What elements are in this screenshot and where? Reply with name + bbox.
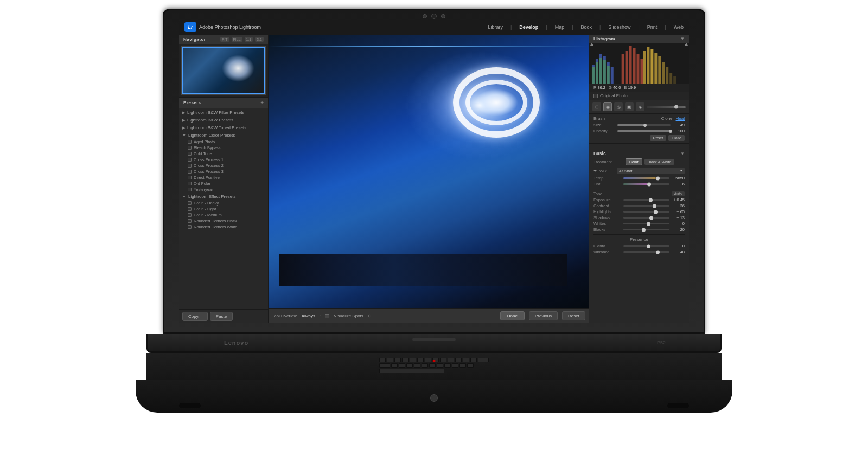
spot-close-btn[interactable]: Close	[668, 135, 685, 141]
preset-group-effect-header[interactable]: ▼ Lightroom Effect Presets	[179, 193, 268, 200]
arrow-icon: ▶	[182, 118, 185, 123]
key	[394, 358, 401, 362]
clarity-label: Clarity	[593, 243, 623, 248]
bw-treatment-btn[interactable]: Black & White	[644, 159, 675, 165]
temp-slider[interactable]	[623, 177, 669, 179]
nav-library[interactable]: Library	[488, 24, 503, 30]
contrast-slider[interactable]	[623, 205, 669, 207]
wb-label: WB:	[599, 169, 615, 174]
view-1to1[interactable]: 1:1	[245, 37, 253, 42]
preset-item-grain-medium[interactable]: Grain - Medium	[179, 212, 268, 218]
auto-button[interactable]: Auto	[672, 191, 685, 196]
preset-item-cold-tone[interactable]: Cold Tone	[179, 151, 268, 157]
view-fill[interactable]: FILL	[232, 37, 242, 42]
preset-group-bwfilter-header[interactable]: ▶ Lightroom B&W Filter Presets	[179, 109, 268, 116]
redeye-tool-icon[interactable]: ◎	[614, 102, 623, 111]
tint-slider[interactable]	[623, 183, 669, 185]
preset-item-cross3[interactable]: Cross Process 3	[179, 169, 268, 175]
size-label: Size	[593, 123, 615, 127]
preset-item-label: Aged Photo	[194, 139, 215, 144]
spot-reset-btn[interactable]: Reset	[650, 135, 666, 141]
tool-slider[interactable]	[647, 106, 686, 108]
heal-option[interactable]: Heal	[676, 116, 685, 121]
done-button[interactable]: Done	[500, 311, 525, 320]
shadows-slider-thumb	[649, 216, 653, 220]
preset-item-cross2[interactable]: Cross Process 2	[179, 163, 268, 169]
size-slider[interactable]	[617, 124, 671, 126]
spot-heal-tool-icon[interactable]: ◉	[603, 102, 612, 111]
preset-item-cross1[interactable]: Cross Process 1	[179, 157, 268, 163]
clone-option[interactable]: Clone	[661, 116, 673, 121]
preset-item-aged-photo[interactable]: Aged Photo	[179, 139, 268, 145]
blacks-slider[interactable]	[623, 229, 669, 230]
key	[470, 358, 477, 362]
tool-overlay-value[interactable]: Always	[302, 313, 315, 318]
copy-button[interactable]: Copy...	[182, 312, 208, 321]
histogram-section: Histogram ▼	[589, 35, 689, 100]
visualize-spots-checkbox[interactable]	[325, 314, 329, 318]
nav-book[interactable]: Book	[581, 24, 592, 30]
preset-item-rounded-black[interactable]: Rounded Corners Black	[179, 218, 268, 224]
treatment-label: Treatment	[593, 159, 623, 164]
highlights-slider[interactable]	[623, 211, 669, 213]
visualize-spots-label: Visualize Spots	[334, 313, 363, 318]
original-photo-checkbox[interactable]	[593, 94, 598, 98]
wb-dropdown[interactable]: As Shot ▾	[617, 168, 685, 174]
crop-tool-icon[interactable]: ⊞	[592, 102, 601, 111]
exposure-value: + 0.45	[669, 197, 685, 202]
preset-group-color-header[interactable]: ▼ Lightroom Color Presets	[179, 132, 268, 139]
image-viewport	[269, 35, 589, 308]
nav-slideshow[interactable]: Slideshow	[608, 24, 630, 30]
temp-slider-fill	[623, 177, 656, 179]
clarity-slider[interactable]	[623, 245, 669, 247]
original-photo-row: Original Photo	[589, 92, 689, 100]
preset-group-bwfilter: ▶ Lightroom B&W Filter Presets	[179, 109, 268, 116]
color-treatment-btn[interactable]: Color	[626, 158, 642, 165]
exposure-slider[interactable]	[623, 199, 669, 201]
preset-group-bwtoned-header[interactable]: ▶ Lightroom B&W Toned Presets	[179, 124, 268, 131]
laptop-lid: Lr Adobe Photoshop Lightroom Library | D…	[163, 9, 705, 334]
key	[402, 358, 409, 362]
eyedropper-icon[interactable]: ✒	[593, 169, 597, 174]
preset-item-rounded-white[interactable]: Rounded Corners White	[179, 224, 268, 230]
wb-dropdown-arrow: ▾	[680, 169, 682, 173]
view-3to1[interactable]: 3:1	[255, 37, 264, 42]
tool-overlay-label: Tool Overlay:	[272, 313, 297, 318]
preset-item-bleach[interactable]: Bleach Bypass	[179, 145, 268, 151]
preset-item-oldpolar[interactable]: Old Polar	[179, 181, 268, 187]
opacity-slider[interactable]	[617, 130, 671, 132]
key	[379, 363, 390, 368]
whites-slider[interactable]	[623, 223, 669, 224]
highlights-slider-thumb	[654, 210, 658, 214]
preset-item-direct[interactable]: Direct Positive	[179, 175, 268, 181]
previous-button[interactable]: Previous	[529, 311, 558, 320]
brush-label: Brush	[593, 116, 605, 121]
radial-tool-icon[interactable]: ◈	[636, 102, 644, 111]
nav-web[interactable]: Web	[674, 24, 684, 30]
preset-item-label: Grain - Heavy	[194, 201, 219, 206]
highlights-value: + 65	[669, 209, 685, 214]
preset-item-yesteryear[interactable]: Yesteryear	[179, 187, 268, 193]
vibrance-slider[interactable]	[623, 251, 669, 253]
gradient-tool-icon[interactable]: ▣	[625, 102, 634, 111]
presets-add-btn[interactable]: +	[260, 100, 264, 106]
histogram-expand-icon[interactable]: ▼	[680, 36, 685, 41]
reset-button[interactable]: Reset	[562, 311, 585, 320]
view-fit[interactable]: FIT	[220, 37, 229, 42]
navigator-title: Navigator	[183, 37, 206, 42]
svg-rect-24	[669, 73, 672, 84]
basic-expand-icon[interactable]: ▼	[680, 151, 685, 156]
lightroom-app: Lr Adobe Photoshop Lightroom Library | D…	[179, 20, 689, 323]
preset-group-bwpresets: ▶ Lightroom B&W Presets	[179, 117, 268, 124]
paste-button[interactable]: Paste	[210, 312, 233, 321]
nav-map[interactable]: Map	[555, 24, 565, 30]
preset-group-bwtoned-label: Lightroom B&W Toned Presets	[187, 125, 246, 130]
preset-group-bwpresets-header[interactable]: ▶ Lightroom B&W Presets	[179, 117, 268, 124]
nav-develop[interactable]: Develop	[519, 24, 538, 30]
preset-item-grain-light[interactable]: Grain - Light	[179, 206, 268, 212]
preset-item-grain-heavy[interactable]: Grain - Heavy	[179, 200, 268, 206]
arrow-down-icon: ▼	[182, 133, 186, 137]
shadows-slider[interactable]	[623, 217, 669, 219]
nav-print[interactable]: Print	[647, 24, 658, 30]
presets-title: Presets	[183, 100, 201, 105]
